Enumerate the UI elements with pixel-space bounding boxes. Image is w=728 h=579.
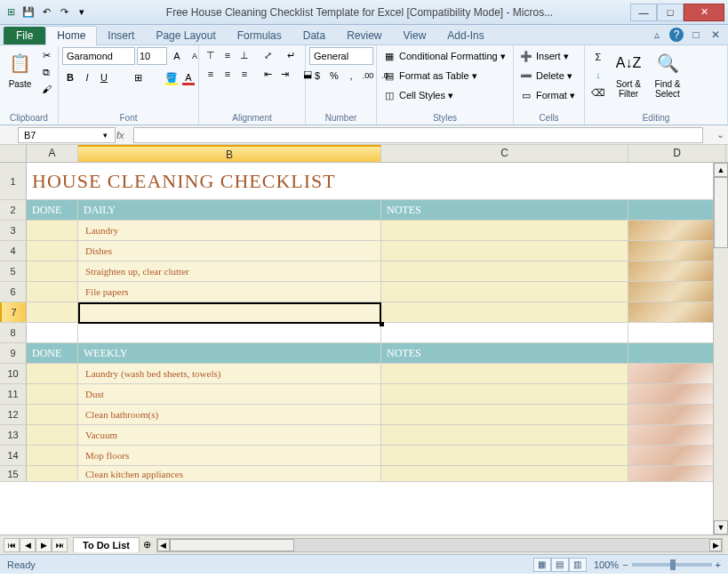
save-icon[interactable]: 💾 (21, 5, 36, 20)
zoom-level[interactable]: 100% (594, 559, 619, 570)
next-sheet-button[interactable]: ▶ (36, 538, 52, 552)
insert-cells-button[interactable]: ➕Insert▾ (517, 47, 571, 65)
sheet-tab[interactable]: To Do List (73, 537, 140, 552)
grow-font-button[interactable]: A (169, 48, 185, 64)
conditional-formatting-button[interactable]: ▦Conditional Formatting▾ (380, 47, 508, 65)
prev-sheet-button[interactable]: ◀ (20, 538, 36, 552)
tab-formulas[interactable]: Formulas (227, 27, 292, 44)
align-right-button[interactable]: ≡ (236, 66, 252, 82)
zoom-slider[interactable] (632, 563, 712, 567)
selection-handle[interactable] (380, 322, 384, 326)
help-icon[interactable]: ? (669, 28, 684, 42)
tab-data[interactable]: Data (292, 27, 336, 44)
tab-addins[interactable]: Add-Ins (436, 27, 494, 44)
formula-expand-icon[interactable]: ⌄ (712, 129, 728, 141)
underline-button[interactable]: U (96, 69, 112, 85)
select-all-corner[interactable] (0, 145, 27, 162)
table-row: 7 (0, 302, 728, 323)
scroll-up-icon[interactable]: ▲ (714, 163, 728, 177)
table-row: 15Clean kitchen appliances (0, 466, 728, 482)
col-head-b[interactable]: B (78, 145, 381, 162)
fill-button[interactable]: ↓ (590, 67, 606, 83)
align-left-button[interactable]: ≡ (203, 66, 219, 82)
vertical-scrollbar[interactable]: ▲ ▼ (713, 163, 728, 535)
tab-insert[interactable]: Insert (97, 27, 145, 44)
cond-format-icon: ▦ (382, 49, 396, 63)
clear-button[interactable]: ⌫ (590, 84, 606, 101)
tab-view[interactable]: View (393, 27, 437, 44)
group-number: $ % , .00 .0 Number (306, 45, 377, 125)
font-color-button[interactable]: A (180, 69, 196, 85)
name-box[interactable]: B7 (18, 127, 116, 143)
file-tab[interactable]: File (4, 27, 45, 44)
redo-icon[interactable]: ↷ (57, 5, 71, 20)
window-restore-icon[interactable]: □ (689, 28, 703, 42)
format-painter-button[interactable]: 🖌 (38, 81, 54, 97)
formula-input[interactable] (133, 127, 703, 143)
align-center-button[interactable]: ≡ (220, 66, 236, 82)
cell-styles-button[interactable]: ◫Cell Styles▾ (380, 86, 455, 104)
orientation-button[interactable]: ⤢ (260, 47, 276, 63)
col-head-c[interactable]: C (381, 145, 628, 162)
border-button[interactable]: ⊞ (130, 69, 146, 85)
delete-cells-button[interactable]: ➖Delete▾ (517, 67, 574, 84)
namebox-dropdown-icon[interactable]: ▾ (103, 131, 108, 140)
table-row: 8 (0, 323, 728, 343)
maximize-button[interactable]: □ (657, 4, 684, 21)
font-size-input[interactable] (137, 47, 167, 65)
autosum-button[interactable]: Σ (590, 49, 606, 65)
italic-button[interactable]: I (79, 69, 95, 85)
horizontal-scrollbar[interactable]: ◀ ▶ (156, 538, 723, 552)
cut-button[interactable]: ✂ (38, 47, 54, 63)
col-head-d[interactable]: D (628, 145, 726, 162)
font-name-input[interactable] (62, 47, 135, 65)
increase-decimal-button[interactable]: .00 (360, 68, 376, 84)
sort-filter-button[interactable]: A↓Z Sort & Filter (610, 47, 647, 101)
comma-button[interactable]: , (343, 68, 359, 84)
normal-view-button[interactable]: ▦ (533, 558, 551, 572)
first-sheet-button[interactable]: ⏮ (4, 538, 20, 552)
copy-button[interactable]: ⧉ (38, 64, 54, 80)
align-middle-button[interactable]: ≡ (220, 47, 236, 63)
currency-button[interactable]: $ (309, 68, 325, 84)
minimize-ribbon-icon[interactable]: ▵ (650, 28, 664, 42)
scroll-down-icon[interactable]: ▼ (714, 520, 728, 535)
active-cell[interactable] (78, 302, 381, 322)
page-layout-view-button[interactable]: ▤ (551, 558, 569, 572)
tab-page-layout[interactable]: Page Layout (145, 27, 226, 44)
qat-dropdown-icon[interactable]: ▾ (75, 5, 89, 20)
number-format-input[interactable] (309, 47, 373, 65)
decrease-indent-button[interactable]: ⇤ (260, 66, 276, 82)
scroll-right-icon[interactable]: ▶ (709, 539, 722, 551)
percent-button[interactable]: % (326, 68, 342, 84)
tab-review[interactable]: Review (336, 27, 392, 44)
fx-icon[interactable]: fx (116, 130, 124, 141)
undo-icon[interactable]: ↶ (39, 5, 53, 20)
bold-button[interactable]: B (62, 69, 78, 85)
minimize-button[interactable]: — (630, 4, 657, 21)
last-sheet-button[interactable]: ⏭ (52, 538, 68, 552)
status-ready: Ready (7, 559, 36, 570)
window-close-small-icon[interactable]: ✕ (708, 28, 723, 42)
increase-indent-button[interactable]: ⇥ (276, 66, 292, 82)
col-head-a[interactable]: A (27, 145, 78, 162)
hscroll-thumb[interactable] (170, 539, 294, 551)
format-cells-button[interactable]: ▭Format▾ (517, 86, 577, 104)
new-sheet-button[interactable]: ⊕ (143, 539, 151, 551)
close-button[interactable]: ✕ (684, 4, 724, 21)
fill-color-button[interactable]: 🪣 (164, 69, 180, 85)
paste-button[interactable]: 📋 Paste (4, 47, 36, 91)
format-as-table-button[interactable]: ▤Format as Table▾ (380, 67, 479, 84)
zoom-in-button[interactable]: + (716, 559, 721, 570)
group-styles: ▦Conditional Formatting▾ ▤Format as Tabl… (377, 45, 514, 125)
zoom-out-button[interactable]: − (622, 559, 628, 570)
scroll-left-icon[interactable]: ◀ (157, 539, 170, 551)
scroll-thumb[interactable] (714, 177, 728, 248)
find-select-button[interactable]: 🔍 Find & Select (649, 47, 686, 101)
align-top-button[interactable]: ⊤ (203, 47, 219, 63)
page-break-view-button[interactable]: ▥ (569, 558, 587, 572)
wrap-text-button[interactable]: ↵ (283, 47, 299, 63)
align-bottom-button[interactable]: ⊥ (236, 47, 252, 63)
tab-home[interactable]: Home (45, 26, 97, 45)
spreadsheet-grid[interactable]: A B C D 1 HOUSE CLEANING CHECKLIST 2 DON… (0, 145, 728, 535)
